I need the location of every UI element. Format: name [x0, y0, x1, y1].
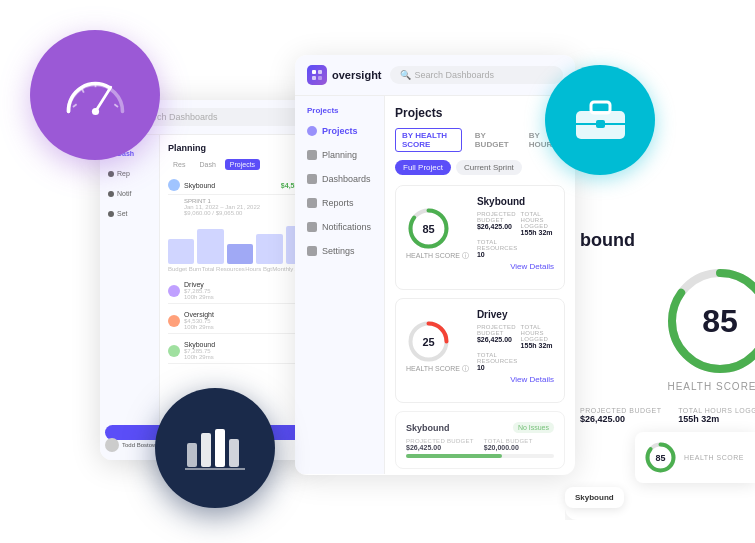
tab-dashboards-left[interactable]: Dash: [194, 159, 220, 170]
big-health-wrapper: 85 HEALTH SCORE ⓘ: [580, 266, 755, 392]
left-tabs: Res Dash Projects: [168, 159, 312, 170]
navy-circle-decoration: [155, 388, 275, 508]
mid-sidebar: Projects Projects Planning Dashboards Re…: [295, 96, 385, 474]
skybound2-stats: PROJECTED BUDGET $26,425.00 TOTAL BUDGET…: [406, 438, 554, 451]
skybound-budget-stat: PROJECTED BUDGET $26,425.00: [477, 211, 518, 236]
speedometer-icon: [63, 71, 128, 120]
mid-panel: oversight 🔍 Search Dashboards Projects P…: [295, 55, 575, 475]
right-project-name: bound: [580, 230, 755, 251]
sidebar-item-notifications[interactable]: Notif: [105, 185, 154, 202]
no-issues-badge: No Issues: [513, 422, 554, 433]
sidebar-item-settings[interactable]: Set: [105, 205, 154, 222]
skybound-hours-stat: TOTAL HOURS LOGGED 155h 32m: [521, 211, 554, 236]
mid-sidebar-section-label: Projects: [303, 106, 376, 115]
drivey-resources-stat: TOTAL RESOURCES 10: [477, 352, 518, 371]
sidebar-mid-notifications[interactable]: Notifications: [303, 216, 376, 238]
oversight-logo: oversight: [307, 65, 382, 85]
svg-rect-7: [187, 443, 197, 467]
tab-projects-left[interactable]: Projects: [225, 159, 260, 170]
svg-rect-8: [201, 433, 211, 467]
sidebar-mid-settings[interactable]: Settings: [303, 240, 376, 262]
skybound2-proj-budget: PROJECTED BUDGET $26,425.00: [406, 438, 474, 451]
skybound-bottom-label: Skybound: [565, 487, 624, 508]
filter-tabs: BY HEALTH SCORE BY BUDGET BY HOURS: [395, 128, 565, 152]
skybound-name: Skybound: [477, 196, 554, 207]
mid-panel-body: Projects Projects Planning Dashboards Re…: [295, 96, 575, 474]
right-budget-stat: PROJECTED BUDGET $26,425.00: [580, 407, 662, 424]
big-health-info: HEALTH SCORE ⓘ: [667, 376, 755, 392]
list-item: Skybound $7,285.75 100h 29ms: [168, 338, 312, 364]
sidebar-item-reports[interactable]: Rep: [105, 165, 154, 182]
project-list-small: Skybound $4,530.75 SPRINT 1 Jan 11, 2022…: [168, 176, 312, 216]
skybound-stats: PROJECTED BUDGET $26,425.00 TOTAL HOURS …: [477, 211, 554, 258]
view-current-sprint[interactable]: Current Sprint: [456, 160, 522, 175]
planning-title: Planning: [168, 143, 312, 153]
svg-rect-10: [229, 439, 239, 467]
filter-health-score[interactable]: BY HEALTH SCORE: [395, 128, 462, 152]
view-full-project[interactable]: Full Project: [395, 160, 451, 175]
svg-rect-13: [318, 70, 322, 74]
svg-rect-12: [312, 70, 316, 74]
skybound-view-details[interactable]: View Details: [477, 262, 554, 271]
big-health-label: HEALTH SCORE: [667, 381, 755, 392]
svg-line-6: [114, 104, 118, 107]
svg-rect-15: [318, 76, 322, 80]
drivey-budget-stat: PROJECTED BUDGET $26,425.00: [477, 324, 518, 349]
skybound2-total-budget: TOTAL BUDGET $20,000.00: [484, 438, 533, 451]
project-card-drivey: 25 HEALTH SCORE ⓘ Drivey PROJECTED BUDGE…: [395, 298, 565, 403]
sidebar-mid-dashboards[interactable]: Dashboards: [303, 168, 376, 190]
list-item: Skybound $4,530.75: [168, 176, 312, 195]
big-health-score: 85: [702, 303, 738, 340]
purple-circle-decoration: [30, 30, 160, 160]
sidebar-mid-planning[interactable]: Planning: [303, 144, 376, 166]
drivey-info: Drivey PROJECTED BUDGET $26,425.00 TOTAL…: [477, 309, 554, 384]
filter-budget[interactable]: BY BUDGET: [468, 128, 516, 152]
left-sidebar: Dash Rep Notif Set + Create Project: [100, 135, 160, 460]
mid-search-bar[interactable]: 🔍 Search Dashboards: [390, 66, 563, 84]
sidebar-mid-projects[interactable]: Projects: [303, 120, 376, 142]
view-tabs: Full Project Current Sprint: [395, 160, 565, 175]
svg-rect-9: [215, 429, 225, 467]
drivey-hours-stat: TOTAL HOURS LOGGED 155h 32m: [521, 324, 554, 349]
mid-search-placeholder: Search Dashboards: [415, 70, 495, 80]
search-icon-mid: 🔍: [400, 70, 411, 80]
briefcase-icon: [573, 96, 628, 145]
bar-chart-icon: [185, 421, 245, 475]
big-health-circle: 85: [665, 266, 755, 376]
drivey-score: 25: [422, 336, 434, 348]
skybound-score: 85: [422, 223, 434, 235]
skybound2-name: Skybound: [406, 423, 450, 433]
partial-score: 85: [655, 453, 665, 463]
project-card-skybound2: Skybound No Issues PROJECTED BUDGET $26,…: [395, 411, 565, 469]
project-card-skybound-header: 85 HEALTH SCORE ⓘ Skybound PROJECTED BUD…: [406, 196, 554, 271]
mid-main-content: Projects BY HEALTH SCORE BY BUDGET BY HO…: [385, 96, 575, 474]
skybound-info: Skybound PROJECTED BUDGET $26,425.00 TOT…: [477, 196, 554, 271]
oversight-app-name: oversight: [332, 69, 382, 81]
tab-resources[interactable]: Res: [168, 159, 190, 170]
right-stats: PROJECTED BUDGET $26,425.00 TOTAL HOURS …: [580, 407, 755, 424]
skybound-health-label: HEALTH SCORE ⓘ: [406, 251, 469, 261]
project-card-drivey-header: 25 HEALTH SCORE ⓘ Drivey PROJECTED BUDGE…: [406, 309, 554, 384]
partial-donut: 85: [643, 440, 678, 475]
sidebar-mid-reports[interactable]: Reports: [303, 192, 376, 214]
partial-health-content: 85 HEALTH SCORE: [643, 440, 747, 475]
skybound-resources-stat: TOTAL RESOURCES 10: [477, 239, 518, 258]
svg-line-3: [82, 89, 84, 93]
drivey-view-details[interactable]: View Details: [477, 375, 554, 384]
list-item: Drivey $7,285.75 100h 29ms: [168, 278, 312, 304]
svg-rect-23: [596, 120, 605, 128]
projects-title: Projects: [395, 106, 565, 120]
mid-panel-header: oversight 🔍 Search Dashboards: [295, 55, 575, 96]
drivey-health-circle: 25: [406, 319, 451, 364]
scene: 🔍 Search Dashboards Dash Rep Notif: [0, 0, 755, 543]
skybound-health-circle: 85: [406, 206, 451, 251]
projects-below-chart: Drivey $7,285.75 100h 29ms Oversight $4,…: [168, 278, 312, 364]
project-card-skybound: 85 HEALTH SCORE ⓘ Skybound PROJECTED BUD…: [395, 185, 565, 290]
list-item: Oversight $4,530.75 100h 29ms: [168, 308, 312, 334]
oversight-logo-icon: [307, 65, 327, 85]
health-score-partial: 85 HEALTH SCORE: [635, 432, 755, 483]
svg-rect-14: [312, 76, 316, 80]
drivey-health-label: HEALTH SCORE ⓘ: [406, 364, 469, 374]
skybound2-progress: [406, 454, 554, 458]
drivey-name: Drivey: [477, 309, 554, 320]
